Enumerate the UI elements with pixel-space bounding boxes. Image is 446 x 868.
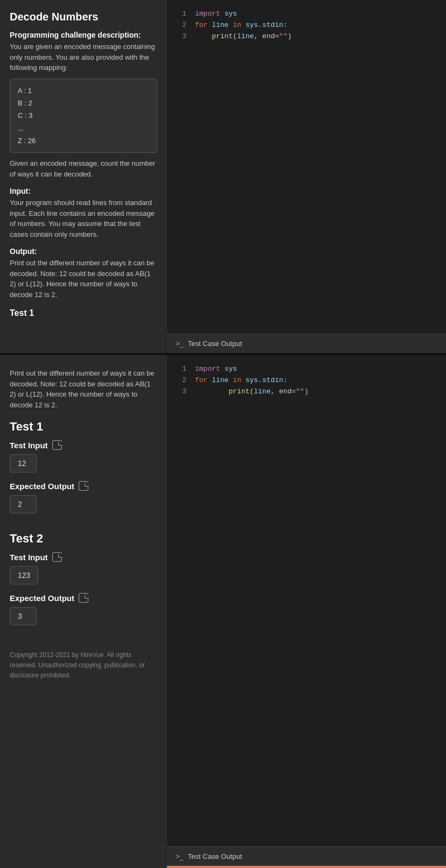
test2-output-label: Expected Output <box>10 594 74 603</box>
test2-input-label: Test Input <box>10 553 48 562</box>
bottom-code-content-2: for line in sys.stdin: <box>195 375 288 386</box>
bottom-code-line-2: 2 for line in sys.stdin: <box>173 375 440 386</box>
bottom-code-content-3: print(line, end="") <box>195 386 309 398</box>
bottom-line-number-3: 3 <box>173 386 186 398</box>
mapping-line-2: B : 2 <box>18 97 149 109</box>
orange-accent-bar <box>167 866 446 868</box>
code-line-3: 3 print(line, end="") <box>173 31 440 43</box>
terminal-prompt-icon: >_ <box>176 340 184 348</box>
description-label: Programming challenge description: <box>10 31 157 39</box>
code-content-1: import sys <box>195 9 237 20</box>
output-text: Print out the different number of ways i… <box>10 258 157 300</box>
line-number-2: 2 <box>173 20 186 31</box>
terminal-bar-bottom[interactable]: >_ Test Case Output <box>167 846 446 866</box>
line-number-1: 1 <box>173 9 186 20</box>
mapping-ellipsis: ... <box>18 122 149 135</box>
code-line-1: 1 import sys <box>173 9 440 20</box>
test1-input-label-container: Test Input <box>10 440 157 450</box>
input-label: Input: <box>10 187 157 195</box>
test1-output-file-icon[interactable] <box>79 481 88 491</box>
code-content-3: print(line, end="") <box>195 31 292 43</box>
test2-input-file-icon[interactable] <box>52 552 62 562</box>
output-label: Output: <box>10 247 157 256</box>
bottom-right-panel: 1 import sys 2 for line in sys.stdin: 3 … <box>167 355 446 868</box>
bottom-code-line-1: 1 import sys <box>173 364 440 375</box>
terminal-prompt-icon-bottom: >_ <box>176 852 184 860</box>
input-text: Your program should read lines from stan… <box>10 197 157 239</box>
code-editor[interactable]: 1 import sys 2 for line in sys.stdin: 3 … <box>167 0 446 334</box>
challenge-title: Decode Numbers <box>10 11 157 23</box>
test2-output-value: 3 <box>10 607 37 625</box>
bottom-code-line-3: 3 print(line, end="") <box>173 386 440 398</box>
terminal-label-bottom: Test Case Output <box>188 852 242 860</box>
bottom-code-content-1: import sys <box>195 364 237 375</box>
test2-input-label-container: Test Input <box>10 552 157 562</box>
mapping-box: A : 1 B : 2 C : 3 ... Z : 26 <box>10 79 157 153</box>
code-line-2: 2 for line in sys.stdin: <box>173 20 440 31</box>
terminal-bar-top[interactable]: >_ Test Case Output <box>167 334 446 353</box>
bottom-line-number-2: 2 <box>173 375 186 386</box>
test1-input-value: 12 <box>10 454 37 472</box>
test1-output-label: Expected Output <box>10 482 74 491</box>
bottom-section: Print out the different number of ways i… <box>0 355 446 868</box>
top-section: Decode Numbers Programming challenge des… <box>0 0 446 355</box>
test2-output-label-container: Expected Output <box>10 593 157 603</box>
bottom-output-description: Print out the different number of ways i… <box>10 368 157 410</box>
given-text: Given an encoded message, count the numb… <box>10 158 157 179</box>
mapping-line-1: A : 1 <box>18 84 149 97</box>
test1-title: Test 1 <box>10 420 157 434</box>
test2-input-value: 123 <box>10 566 38 584</box>
test1-input-label: Test Input <box>10 441 48 450</box>
test1-input-file-icon[interactable] <box>52 440 62 450</box>
bottom-line-number-1: 1 <box>173 364 186 375</box>
bottom-code-editor[interactable]: 1 import sys 2 for line in sys.stdin: 3 … <box>167 355 446 846</box>
test2-title: Test 2 <box>10 532 157 546</box>
mapping-line-z: Z : 26 <box>18 135 149 147</box>
mapping-line-3: C : 3 <box>18 109 149 122</box>
terminal-label-top: Test Case Output <box>188 340 242 348</box>
code-editor-panel: 1 import sys 2 for line in sys.stdin: 3 … <box>167 0 446 353</box>
test1-label-top: Test 1 <box>10 308 157 318</box>
code-content-2: for line in sys.stdin: <box>195 20 288 31</box>
copyright: Copyright 2012-2021 by HireVue. All righ… <box>10 650 157 681</box>
line-number-3: 3 <box>173 31 186 43</box>
bottom-left-panel: Print out the different number of ways i… <box>0 355 167 868</box>
test1-output-label-container: Expected Output <box>10 481 157 491</box>
test1-output-value: 2 <box>10 495 37 513</box>
challenge-description-panel: Decode Numbers Programming challenge des… <box>0 0 167 353</box>
test2-output-file-icon[interactable] <box>79 593 88 603</box>
description-text: You are given an encoded message contain… <box>10 41 157 73</box>
